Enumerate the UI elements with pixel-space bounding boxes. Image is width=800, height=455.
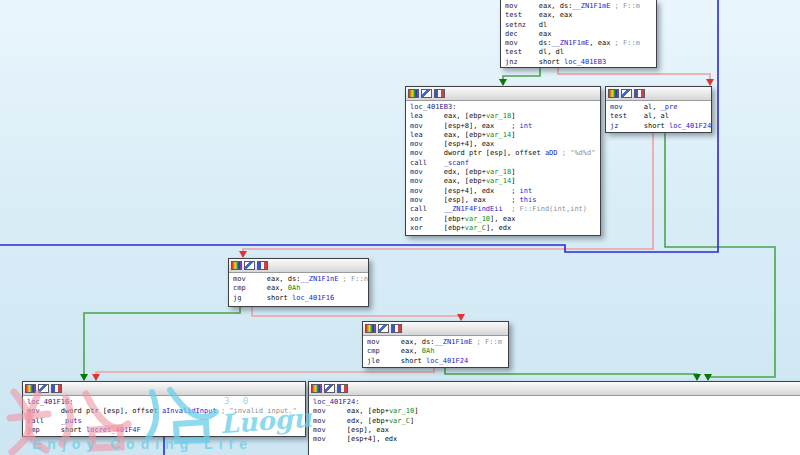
asm-token: mov	[410, 122, 444, 130]
asm-line[interactable]: xor [ebp+var_C], edx	[410, 224, 596, 233]
node-color-icon[interactable]	[608, 89, 619, 98]
node-color-icon[interactable]	[408, 89, 419, 98]
asm-token: ; F::n	[338, 275, 368, 283]
asm-line[interactable]: test dl, dl	[505, 48, 652, 57]
basic-block-loc_401F16[interactable]: loc_401F16:mov dword ptr [esp], offset a…	[22, 381, 306, 437]
asm-line[interactable]: mov al, _pre	[610, 103, 707, 112]
asm-token: mov	[313, 426, 347, 434]
asm-line[interactable]: mov eax, ds:__ZN1F1mE ; F::m	[367, 338, 504, 347]
asm-line[interactable]: mov eax, [ebp+var_10]	[313, 407, 797, 416]
node-edit-icon[interactable]	[244, 261, 255, 270]
asm-line[interactable]: call __ZN1F4FindEii ; F::Find(int,int)	[410, 205, 596, 214]
asm-token: eax, [ebp+	[347, 407, 389, 415]
asm-line[interactable]: loc_401F24:	[313, 398, 797, 407]
node-group-icon[interactable]	[634, 89, 645, 98]
asm-line[interactable]: jg short loc_401F16	[233, 294, 364, 303]
asm-token: [esp+4], edx	[347, 435, 398, 443]
asm-line[interactable]: call _scanf	[410, 159, 596, 168]
asm-token: _scanf	[444, 159, 469, 167]
node-title-bar[interactable]	[363, 322, 508, 336]
asm-token: loc_401F24	[669, 122, 711, 130]
basic-block-n-check[interactable]: mov eax, ds:__ZN1F1nE ; F::ncmp eax, 0Ah…	[228, 258, 369, 307]
asm-token: eax, [ebp+	[444, 131, 486, 139]
asm-token: mov	[313, 417, 347, 425]
asm-line[interactable]: mov eax, ds:__ZN1F1nE ; F::n	[233, 275, 364, 284]
asm-token: aInvalidInput	[162, 407, 217, 415]
asm-line[interactable]: mov [esp+4], edx	[313, 435, 797, 444]
node-code: loc_401F16:mov dword ptr [esp], offset a…	[23, 396, 305, 435]
asm-line[interactable]: mov [esp+4], eax	[410, 140, 596, 149]
node-group-icon[interactable]	[257, 261, 268, 270]
node-edit-icon[interactable]	[378, 324, 389, 333]
basic-block-entry-counter[interactable]: mov eax, ds:__ZN1F1mE ; F::mtest eax, ea…	[500, 0, 657, 68]
asm-line[interactable]: loc_401F16:	[27, 398, 301, 407]
asm-line[interactable]: mov [esp+8], eax ; int	[410, 122, 596, 131]
asm-line[interactable]: mov edx, [ebp+var_C]	[313, 417, 797, 426]
asm-line[interactable]: xor [ebp+var_10], eax	[410, 215, 596, 224]
node-group-icon[interactable]	[391, 324, 402, 333]
asm-line[interactable]: test al, al	[610, 112, 707, 121]
asm-token: var_18	[486, 168, 511, 176]
asm-token: eax,	[401, 347, 422, 355]
node-group-icon[interactable]	[51, 384, 62, 393]
asm-line[interactable]: cmp eax, 0Ah	[233, 284, 364, 293]
asm-line[interactable]: mov [esp+4], edx ; int	[410, 187, 596, 196]
node-group-icon[interactable]	[434, 89, 445, 98]
asm-token: lea	[410, 112, 444, 120]
asm-token: dword ptr [esp], offset	[61, 407, 162, 415]
asm-line[interactable]: mov dword ptr [esp], offset aDD ; "%d%d"	[410, 149, 596, 158]
asm-line[interactable]: lea eax, [ebp+var_18]	[410, 112, 596, 121]
node-title-bar[interactable]	[406, 87, 600, 101]
asm-line[interactable]: jnz short loc_401EB3	[505, 58, 652, 67]
asm-line[interactable]: loc_401EB3:	[410, 103, 596, 112]
node-color-icon[interactable]	[311, 384, 322, 393]
asm-line[interactable]: jmp short locret_401F4F	[27, 426, 301, 435]
asm-token: jle	[367, 357, 401, 365]
asm-token: _puts	[61, 417, 82, 425]
asm-token: ; F::Find(int,int)	[503, 205, 587, 213]
asm-token: jz	[610, 122, 644, 130]
asm-token: call	[27, 417, 61, 425]
asm-token: mov	[313, 435, 347, 443]
asm-line[interactable]: test eax, eax	[505, 11, 652, 20]
node-color-icon[interactable]	[231, 261, 242, 270]
asm-token: short	[61, 426, 86, 434]
asm-line[interactable]: jz short loc_401F24	[610, 122, 707, 131]
node-edit-icon[interactable]	[324, 384, 335, 393]
asm-line[interactable]: lea eax, [ebp+var_14]	[410, 131, 596, 140]
node-edit-icon[interactable]	[421, 89, 432, 98]
node-edit-icon[interactable]	[38, 384, 49, 393]
asm-line[interactable]: call _puts	[27, 417, 301, 426]
asm-line[interactable]: setnz dl	[505, 21, 652, 30]
node-title-bar[interactable]	[23, 382, 305, 396]
asm-line[interactable]: mov eax, ds:__ZN1F1mE ; F::m	[505, 2, 652, 11]
graph-canvas[interactable]: mov eax, ds:__ZN1F1mE ; F::mtest eax, ea…	[0, 0, 800, 455]
asm-line[interactable]: mov dword ptr [esp], offset aInvalidInpu…	[27, 407, 301, 416]
node-title-bar[interactable]	[606, 87, 711, 101]
basic-block-loc_401EB3[interactable]: loc_401EB3:lea eax, [ebp+var_18]mov [esp…	[405, 86, 601, 236]
node-group-icon[interactable]	[337, 384, 348, 393]
asm-token: __ZN1F1mE	[572, 2, 610, 10]
node-edit-icon[interactable]	[621, 89, 632, 98]
node-color-icon[interactable]	[25, 384, 36, 393]
node-title-bar[interactable]	[309, 382, 800, 396]
asm-line[interactable]: cmp eax, 0Ah	[367, 347, 504, 356]
node-color-icon[interactable]	[365, 324, 376, 333]
asm-line[interactable]: mov [esp], eax	[313, 426, 797, 435]
basic-block-m-check[interactable]: mov eax, ds:__ZN1F1mE ; F::mcmp eax, 0Ah…	[362, 321, 509, 368]
asm-token: jg	[233, 294, 267, 302]
basic-block-loc_401F24[interactable]: loc_401F24:mov eax, [ebp+var_10]mov edx,…	[308, 381, 800, 455]
asm-token: eax	[539, 30, 552, 38]
asm-token: [esp], eax	[347, 426, 389, 434]
asm-token: al,	[644, 103, 661, 111]
asm-line[interactable]: mov ds:__ZN1F1mE, eax ; F::m	[505, 39, 652, 48]
asm-line[interactable]: dec eax	[505, 30, 652, 39]
asm-token: mov	[367, 338, 401, 346]
basic-block-pre-check[interactable]: mov al, _pretest al, aljz short loc_401F…	[605, 86, 712, 133]
asm-line[interactable]: mov edx, [ebp+var_18]	[410, 168, 596, 177]
asm-token: var_10	[389, 407, 414, 415]
asm-line[interactable]: jle short loc_401F24	[367, 357, 504, 366]
asm-line[interactable]: mov [esp], eax ; this	[410, 196, 596, 205]
asm-line[interactable]: mov eax, [ebp+var_14]	[410, 177, 596, 186]
node-title-bar[interactable]	[229, 259, 368, 273]
